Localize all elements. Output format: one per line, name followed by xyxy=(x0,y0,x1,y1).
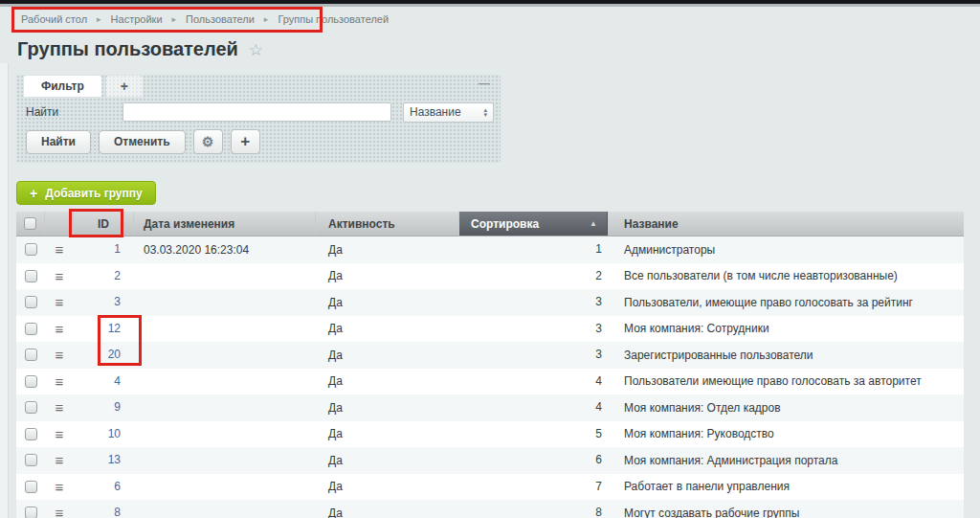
breadcrumb-item-settings[interactable]: Настройки xyxy=(111,13,163,25)
table-row[interactable]: ≡ 3 Да 3 Пользователи, имеющие право гол… xyxy=(16,289,964,316)
cell-active: Да xyxy=(316,269,459,282)
breadcrumb: Рабочий стол ▸ Настройки ▸ Пользователи … xyxy=(21,13,389,25)
row-menu-icon[interactable]: ≡ xyxy=(45,452,74,468)
table-row[interactable]: ≡ 20 Да 3 Зарегистрированные пользовател… xyxy=(16,342,964,369)
find-label: Найти xyxy=(26,105,122,119)
row-checkbox[interactable] xyxy=(25,296,37,308)
cell-id[interactable]: 1 xyxy=(74,236,134,263)
add-filter-field-button[interactable]: + xyxy=(231,129,260,154)
table-row[interactable]: ≡ 13 Да 6 Моя компания: Администрация по… xyxy=(16,447,964,474)
table-row[interactable]: ≡ 12 Да 3 Моя компания: Сотрудники xyxy=(16,316,964,343)
user-groups-table: ID Дата изменения Активность Сортировка … xyxy=(16,212,964,518)
sort-asc-icon: ▲ xyxy=(590,219,597,228)
cell-sort: 3 xyxy=(459,342,608,369)
cell-id[interactable]: 6 xyxy=(74,474,134,501)
row-checkbox[interactable] xyxy=(25,375,37,388)
add-group-label: Добавить группу xyxy=(45,187,142,200)
row-checkbox-cell xyxy=(16,428,45,440)
table-row[interactable]: ≡ 1 03.03.2020 16:23:04 Да 1 Администрат… xyxy=(16,236,964,263)
table-row[interactable]: ≡ 4 Да 4 Пользователи имеющие право голо… xyxy=(16,369,964,395)
cell-id[interactable]: 10 xyxy=(74,421,134,448)
table-row[interactable]: ≡ 9 Да 4 Моя компания: Отдел кадров xyxy=(16,394,964,421)
cell-id[interactable]: 2 xyxy=(74,263,134,290)
table-row[interactable]: ≡ 8 Да 8 Могут создавать рабочие группы xyxy=(16,500,964,518)
row-checkbox[interactable] xyxy=(25,428,37,440)
row-checkbox[interactable] xyxy=(25,401,37,414)
collapsed-sidebar[interactable] xyxy=(0,63,9,518)
cell-sort: 6 xyxy=(459,447,608,474)
cell-id[interactable]: 8 xyxy=(74,500,134,518)
row-menu-icon[interactable]: ≡ xyxy=(45,294,74,310)
cell-id[interactable]: 12 xyxy=(74,316,134,343)
header-active[interactable]: Активность xyxy=(316,212,459,236)
plus-icon: + xyxy=(30,186,37,201)
row-menu-icon[interactable]: ≡ xyxy=(45,426,74,442)
cell-active: Да xyxy=(316,454,459,467)
row-menu-icon[interactable]: ≡ xyxy=(45,347,74,363)
cell-sort: 7 xyxy=(459,474,608,501)
search-input[interactable] xyxy=(122,102,391,122)
breadcrumb-item-user-groups[interactable]: Группы пользователей xyxy=(278,13,389,25)
cell-name: Все пользователи (в том числе неавторизо… xyxy=(608,269,964,282)
cell-sort: 4 xyxy=(459,394,608,421)
tab-filter[interactable]: Фильтр xyxy=(24,76,101,97)
header-sort-sorted[interactable]: Сортировка ▲ xyxy=(459,212,608,236)
row-checkbox[interactable] xyxy=(25,243,37,256)
add-filter-tab-button[interactable]: + xyxy=(106,76,143,97)
row-checkbox[interactable] xyxy=(25,507,37,518)
table-header-row: ID Дата изменения Активность Сортировка … xyxy=(16,212,964,236)
row-menu-icon[interactable]: ≡ xyxy=(45,399,74,416)
row-checkbox[interactable] xyxy=(25,270,37,282)
field-select[interactable]: Название ▴▾ xyxy=(403,102,494,123)
header-id[interactable]: ID xyxy=(74,212,134,236)
cell-id[interactable]: 13 xyxy=(74,447,134,474)
row-checkbox-cell xyxy=(16,507,45,518)
cell-name: Моя компания: Администрация портала xyxy=(608,454,964,467)
row-checkbox[interactable] xyxy=(25,481,37,493)
cell-active: Да xyxy=(316,243,459,257)
row-menu-icon[interactable]: ≡ xyxy=(45,505,74,518)
cell-active: Да xyxy=(316,427,459,440)
cell-active: Да xyxy=(316,507,459,518)
row-menu-icon[interactable]: ≡ xyxy=(45,321,74,337)
breadcrumb-arrow-icon: ▸ xyxy=(97,14,101,24)
cell-id[interactable]: 3 xyxy=(74,289,134,316)
header-date-modified[interactable]: Дата изменения xyxy=(134,212,316,236)
add-group-button[interactable]: + Добавить группу xyxy=(16,181,156,205)
plus-icon: + xyxy=(240,132,250,151)
row-menu-icon[interactable]: ≡ xyxy=(45,479,74,495)
row-menu-icon[interactable]: ≡ xyxy=(45,241,74,258)
favorite-star-icon[interactable]: ☆ xyxy=(249,40,263,60)
row-checkbox[interactable] xyxy=(25,349,37,361)
find-button[interactable]: Найти xyxy=(26,130,91,154)
cell-id[interactable]: 20 xyxy=(74,342,134,369)
cell-name: Моя компания: Отдел кадров xyxy=(608,401,964,415)
header-name[interactable]: Название xyxy=(608,212,964,236)
row-checkbox-cell xyxy=(16,296,45,308)
select-arrows-icon: ▴▾ xyxy=(483,107,487,117)
cell-id[interactable]: 9 xyxy=(74,394,134,421)
gear-icon: ⚙ xyxy=(202,134,214,149)
table-row[interactable]: ≡ 2 Да 2 Все пользователи (в том числе н… xyxy=(16,263,964,290)
filter-settings-button[interactable]: ⚙ xyxy=(193,129,223,154)
cell-name: Пользователи, имеющие право голосовать з… xyxy=(608,296,964,309)
cell-name: Администраторы xyxy=(608,243,964,257)
row-menu-icon[interactable]: ≡ xyxy=(45,373,74,390)
row-checkbox[interactable] xyxy=(25,454,37,466)
minimize-filter-icon[interactable]: — xyxy=(479,77,490,90)
table-row[interactable]: ≡ 10 Да 5 Моя компания: Руководство xyxy=(16,421,964,448)
cell-active: Да xyxy=(316,322,459,335)
breadcrumb-item-desktop[interactable]: Рабочий стол xyxy=(21,13,87,25)
breadcrumb-item-users[interactable]: Пользователи xyxy=(186,13,255,25)
table-row[interactable]: ≡ 6 Да 7 Работает в панели управления xyxy=(16,474,964,501)
row-checkbox[interactable] xyxy=(25,323,37,335)
cancel-button[interactable]: Отменить xyxy=(99,130,186,154)
cell-id[interactable]: 4 xyxy=(74,369,134,395)
cell-active: Да xyxy=(316,349,459,362)
cell-name: Моя компания: Руководство xyxy=(608,427,964,440)
page-title: Группы пользователей xyxy=(17,38,238,60)
cell-name: Моя компания: Сотрудники xyxy=(608,322,964,335)
top-divider xyxy=(0,4,980,7)
select-all-checkbox[interactable] xyxy=(24,217,36,230)
row-menu-icon[interactable]: ≡ xyxy=(45,268,74,284)
